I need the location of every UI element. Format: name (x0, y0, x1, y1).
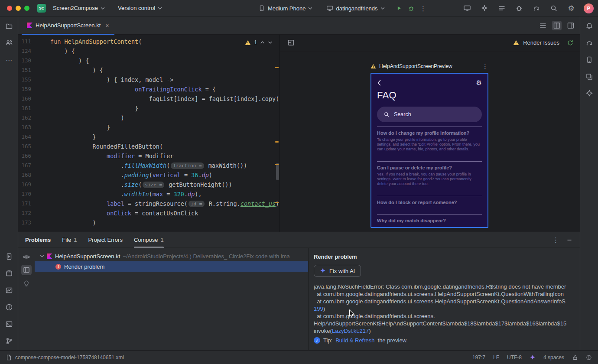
code-line[interactable]: 163 } (18, 123, 280, 132)
preview-view-icon[interactable] (566, 21, 575, 30)
code-editor[interactable]: 111fun HelpAndSupportContent(124 ) {130 … (18, 35, 280, 232)
version-control-menu[interactable]: Version control (114, 3, 166, 13)
prev-warning-icon[interactable] (260, 40, 265, 45)
warning-stripe-mark[interactable] (275, 202, 279, 203)
profiler-icon[interactable] (4, 286, 14, 295)
app-inspection-icon[interactable] (514, 3, 524, 13)
code-line[interactable]: 161 } (18, 104, 280, 113)
stack-link[interactable]: LazyDsl.kt:217 (332, 328, 369, 334)
code-view-icon[interactable] (538, 21, 548, 30)
code-line[interactable]: 155 ) { index, model -> (18, 75, 280, 84)
expand-chevron-icon[interactable] (40, 254, 44, 258)
project-menu[interactable]: Screen2Compose (49, 3, 108, 13)
stack-link[interactable]: 199 (314, 306, 323, 312)
debug-button[interactable] (406, 3, 416, 13)
gradle-tool-icon[interactable] (585, 38, 594, 48)
running-devices-icon[interactable] (4, 252, 14, 261)
back-icon[interactable] (377, 80, 381, 86)
preview-problems-icon[interactable] (21, 252, 32, 262)
preview-title-row[interactable]: HelpAndSupportScreenPreview ⋮ (370, 63, 488, 69)
resource-manager-icon[interactable] (585, 72, 594, 81)
code-line[interactable]: 172 onClick = contactUsOnClick (18, 208, 280, 218)
panel-tab-compose[interactable]: Compose1 (134, 232, 164, 248)
next-warning-icon[interactable] (268, 40, 273, 45)
code-line[interactable]: 171 label = stringResource(id = R.string… (18, 199, 280, 208)
code-line[interactable]: 159 onTrailingIconClick = { (18, 84, 280, 94)
list-view-icon[interactable] (21, 265, 32, 275)
faq-question[interactable]: How do I block or report someone? (377, 196, 482, 210)
problems-file-row[interactable]: HelpAndSupportScreen.kt ~/AndroidStudioP… (35, 251, 308, 261)
more-tool-windows-icon[interactable]: ⋯ (4, 55, 14, 65)
close-window-button[interactable] (7, 6, 12, 11)
gemini-icon[interactable] (585, 89, 594, 98)
refresh-preview-icon[interactable] (567, 39, 574, 46)
lock-icon[interactable] (572, 354, 578, 361)
code-line[interactable]: 151 ) { (18, 65, 280, 75)
editor-tab[interactable]: HelpAndSupportScreen.kt × (22, 16, 114, 35)
profile-avatar[interactable]: P (584, 3, 594, 13)
ai-actions-icon[interactable] (480, 3, 489, 13)
warning-stripe-mark[interactable] (275, 67, 279, 68)
tab-close-icon[interactable]: × (105, 23, 109, 29)
run-button[interactable] (394, 3, 404, 13)
code-line[interactable]: 173 ) (18, 218, 280, 228)
code-line[interactable]: 167 .fillMaxWidth(fraction = maxWidth()) (18, 161, 280, 170)
structure-icon[interactable] (497, 3, 507, 13)
code-line[interactable]: 160 faqList[index] = faqList[index].copy… (18, 94, 280, 104)
faq-search-field[interactable]: Search (377, 107, 482, 122)
code-line[interactable]: 170 .widthIn(max = 320.dp), (18, 189, 280, 199)
quickfix-bulb-icon[interactable] (21, 278, 32, 288)
statusbar-file[interactable]: compose-compose-model-1758748140651.xml (15, 354, 124, 361)
notifications-icon[interactable] (585, 21, 594, 31)
warning-stripe-mark[interactable] (275, 164, 279, 165)
more-run-actions-button[interactable]: ⋮ (419, 3, 428, 13)
build-icon[interactable] (4, 269, 14, 278)
split-view-icon[interactable] (552, 21, 562, 30)
pull-requests-icon[interactable] (4, 38, 14, 48)
code-line[interactable]: 165 RoundedFilledButton( (18, 142, 280, 151)
zoom-window-button[interactable] (24, 6, 29, 11)
preview-menu-icon[interactable]: ⋮ (482, 63, 488, 69)
device-selector[interactable]: Medium Phone (255, 3, 316, 13)
code-line[interactable]: 169 .size(size = getButtonHeight()) (18, 180, 280, 189)
notifications-info-icon[interactable] (586, 354, 592, 361)
code-line[interactable]: 166 modifier = Modifier (18, 151, 280, 161)
panel-options-icon[interactable]: ⋮ (552, 237, 559, 243)
render-problem-row[interactable]: ! Render problem (35, 261, 308, 272)
device-mirroring-icon[interactable] (462, 3, 472, 13)
render-issues-label[interactable]: Render Issues (523, 39, 559, 46)
faq-question[interactable]: Why did my match disappear? (377, 214, 482, 228)
code-line[interactable]: 111fun HelpAndSupportContent( (18, 37, 280, 46)
version-control-icon[interactable] (4, 336, 14, 346)
run-config-selector[interactable]: datingandfriends (323, 3, 388, 13)
build-refresh-link[interactable]: Build & Refresh (335, 337, 374, 344)
layout-options-icon[interactable] (286, 38, 296, 48)
settings-gear-icon[interactable]: ⚙ (476, 79, 482, 86)
code-line[interactable]: 164 } (18, 132, 280, 142)
problems-icon[interactable] (4, 302, 14, 312)
inspection-widget[interactable]: 1 (245, 38, 273, 47)
code-line[interactable]: 168 .padding(vertical = 36.dp) (18, 170, 280, 180)
editor-scrollbar[interactable] (276, 163, 279, 180)
caret-position[interactable]: 197:7 (472, 354, 485, 361)
hide-panel-icon[interactable] (567, 237, 572, 243)
code-line[interactable]: 162 ) (18, 113, 280, 123)
panel-tab-project-errors[interactable]: Project Errors (88, 232, 122, 248)
terminal-icon[interactable] (4, 319, 14, 329)
settings-icon[interactable]: ⚙ (566, 3, 576, 13)
indent-config[interactable]: 4 spaces (543, 354, 564, 361)
warning-stripe-mark[interactable] (275, 141, 279, 143)
line-separator[interactable]: LF (493, 354, 499, 361)
gradle-icon[interactable] (532, 3, 541, 13)
panel-title[interactable]: Problems (25, 237, 51, 243)
panel-tab-file[interactable]: File1 (62, 232, 77, 248)
preview-device-frame[interactable]: ⚙ FAQ Search How do I change my profile … (370, 73, 488, 228)
fix-with-ai-button[interactable]: Fix with AI (314, 265, 361, 277)
search-icon[interactable] (549, 3, 559, 13)
device-manager-icon[interactable] (585, 55, 594, 65)
project-tool-icon[interactable] (4, 21, 14, 31)
code-line[interactable]: 124 ) { (18, 46, 280, 56)
code-line[interactable]: 130 ) { (18, 56, 280, 65)
minimize-window-button[interactable] (16, 6, 21, 11)
ai-status-icon[interactable] (530, 354, 536, 361)
